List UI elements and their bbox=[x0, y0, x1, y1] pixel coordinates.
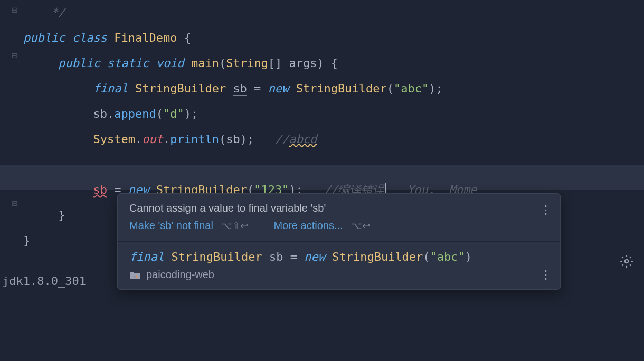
shortcut-hint: ⌥↩ bbox=[351, 221, 370, 231]
error-tooltip-popup: Cannot assign a value to final variable … bbox=[117, 193, 561, 290]
tooltip-more-icon[interactable]: ⋮ bbox=[540, 203, 552, 217]
source-module-label[interactable]: paicoding-web bbox=[146, 269, 214, 281]
shortcut-hint: ⌥⇧↩ bbox=[221, 221, 248, 231]
jdk-version-label: jdk1.8.0_301 bbox=[2, 274, 86, 288]
code-line: sb.append("d"); bbox=[23, 101, 644, 127]
fold-marker[interactable]: ⊟ bbox=[11, 50, 19, 61]
quick-fix-link[interactable]: Make 'sb' not final bbox=[129, 220, 213, 231]
error-message: Cannot assign a value to final variable … bbox=[129, 202, 326, 214]
code-line bbox=[23, 152, 644, 177]
code-line: */ bbox=[23, 0, 644, 25]
code-line: public static void main(String[] args) { bbox=[23, 51, 644, 76]
fold-marker[interactable]: ⊟ bbox=[11, 197, 19, 208]
tooltip-more-icon[interactable]: ⋮ bbox=[540, 268, 552, 282]
more-actions-link[interactable]: More actions... bbox=[273, 220, 343, 231]
code-line: public class FinalDemo { bbox=[23, 25, 644, 51]
svg-point-4 bbox=[625, 260, 629, 263]
code-line: final StringBuilder sb = new StringBuild… bbox=[23, 76, 644, 101]
code-line: System.out.println(sb); //abcd bbox=[23, 127, 644, 152]
gear-icon[interactable] bbox=[620, 254, 633, 268]
fold-marker[interactable]: ⊟ bbox=[11, 4, 19, 15]
declaration-preview: final StringBuilder sb = new StringBuild… bbox=[118, 242, 560, 267]
module-icon bbox=[129, 270, 141, 280]
